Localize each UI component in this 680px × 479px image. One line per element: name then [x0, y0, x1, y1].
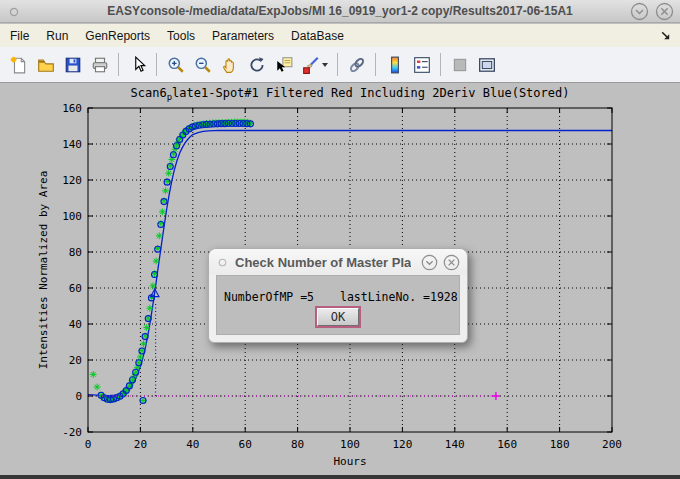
- svg-text:120: 120: [392, 438, 412, 451]
- brush-data-button[interactable]: [297, 51, 324, 78]
- save-figure-button[interactable]: [59, 51, 86, 78]
- svg-text:80: 80: [69, 246, 82, 259]
- svg-text:100: 100: [340, 438, 360, 451]
- menu-tools[interactable]: Tools: [167, 29, 195, 43]
- toolbar-separator: [375, 53, 376, 76]
- dialog-menu-icon[interactable]: [218, 258, 227, 267]
- svg-text:40: 40: [186, 438, 199, 451]
- svg-text:160: 160: [62, 102, 82, 115]
- insert-legend-button[interactable]: [408, 51, 435, 78]
- window-menu-icon[interactable]: [9, 7, 19, 17]
- dialog-close-button[interactable]: [443, 254, 460, 271]
- toolbar-separator: [156, 53, 157, 76]
- lastlineno-value: lastLineNo. =1928: [340, 290, 458, 304]
- rotate-3d-icon: [248, 56, 266, 74]
- pan-hand-icon: [221, 56, 239, 74]
- svg-text:40: 40: [69, 318, 82, 331]
- svg-text:0: 0: [75, 390, 82, 403]
- dock-arrow-icon[interactable]: [659, 29, 672, 42]
- svg-text:160: 160: [497, 438, 517, 451]
- brush-dropdown-icon[interactable]: [322, 63, 328, 67]
- menu-parameters[interactable]: Parameters: [212, 29, 274, 43]
- svg-text:-20: -20: [62, 426, 82, 439]
- hide-plot-tools-icon: [451, 56, 469, 74]
- x-axis-label: Hours: [333, 455, 366, 468]
- figure-toolbar: [0, 47, 680, 83]
- pan-hand-button[interactable]: [216, 51, 243, 78]
- menu-genreports[interactable]: GenReports: [85, 29, 150, 43]
- svg-text:140: 140: [62, 138, 82, 151]
- zoom-out-button[interactable]: [189, 51, 216, 78]
- open-file-icon: [37, 56, 55, 74]
- menu-file[interactable]: File: [10, 29, 29, 43]
- figure-area: 020406080100120140160180200-200204060801…: [0, 83, 680, 475]
- dialog-titlebar[interactable]: Check Number of Master Pla: [209, 249, 467, 275]
- toolbar-separator: [440, 53, 441, 76]
- brush-data-icon: [302, 56, 320, 74]
- new-figure-icon: [10, 56, 28, 74]
- insert-colorbar-icon: [386, 56, 404, 74]
- toolbar-separator: [118, 53, 119, 76]
- hide-plot-tools-button[interactable]: [446, 51, 473, 78]
- open-file-button[interactable]: [32, 51, 59, 78]
- dialog-minimize-button[interactable]: [421, 254, 438, 271]
- insert-legend-icon: [413, 56, 431, 74]
- rotate-3d-button[interactable]: [243, 51, 270, 78]
- ok-button[interactable]: OK: [317, 308, 359, 326]
- chart-title: Scan6plate1-Spot#1 Filtered Red Includin…: [131, 86, 570, 102]
- menu-database[interactable]: DataBase: [291, 29, 344, 43]
- close-button[interactable]: [655, 2, 674, 21]
- new-figure-button[interactable]: [5, 51, 32, 78]
- window-bottom-border: [0, 475, 680, 479]
- numberofmp-value: NumberOfMP =5: [224, 290, 314, 304]
- check-number-dialog: Check Number of Master Pla NumberOfMP =5…: [208, 248, 468, 343]
- dialog-content: NumberOfMP =5 lastLineNo. =1928 OK: [216, 275, 460, 335]
- insert-colorbar-button[interactable]: [381, 51, 408, 78]
- menubar: File Run GenReports Tools Parameters Dat…: [0, 24, 680, 47]
- window-title: EASYconsole-/media/data/ExpJobs/MI 16_09…: [0, 4, 680, 18]
- link-plot-icon: [348, 56, 366, 74]
- svg-text:80: 80: [291, 438, 304, 451]
- edit-pointer-button[interactable]: [124, 51, 151, 78]
- data-cursor-button[interactable]: [270, 51, 297, 78]
- show-plot-tools-icon: [478, 56, 496, 74]
- print-figure-button[interactable]: [86, 51, 113, 78]
- print-figure-icon: [91, 56, 109, 74]
- svg-text:0: 0: [85, 438, 92, 451]
- svg-text:60: 60: [239, 438, 252, 451]
- menu-run[interactable]: Run: [46, 29, 68, 43]
- svg-text:120: 120: [62, 174, 82, 187]
- zoom-in-button[interactable]: [162, 51, 189, 78]
- svg-text:200: 200: [602, 438, 622, 451]
- svg-text:20: 20: [134, 438, 147, 451]
- window-titlebar[interactable]: EASYconsole-/media/data/ExpJobs/MI 16_09…: [0, 0, 680, 23]
- svg-text:140: 140: [445, 438, 465, 451]
- dialog-title: Check Number of Master Pla: [235, 255, 411, 270]
- series-baseline-end-plus: [492, 392, 500, 400]
- minimize-button[interactable]: [630, 2, 649, 21]
- link-plot-button[interactable]: [343, 51, 370, 78]
- y-axis-label: Intensities Normalized by Area: [37, 171, 50, 370]
- svg-text:180: 180: [550, 438, 570, 451]
- svg-text:60: 60: [69, 282, 82, 295]
- svg-text:100: 100: [62, 210, 82, 223]
- data-cursor-icon: [275, 56, 293, 74]
- edit-pointer-icon: [129, 56, 147, 74]
- svg-text:20: 20: [69, 354, 82, 367]
- toolbar-separator: [337, 53, 338, 76]
- zoom-in-icon: [167, 56, 185, 74]
- easyconsole-window: EASYconsole-/media/data/ExpJobs/MI 16_09…: [0, 0, 680, 479]
- show-plot-tools-button[interactable]: [473, 51, 500, 78]
- zoom-out-icon: [194, 56, 212, 74]
- save-figure-icon: [64, 56, 82, 74]
